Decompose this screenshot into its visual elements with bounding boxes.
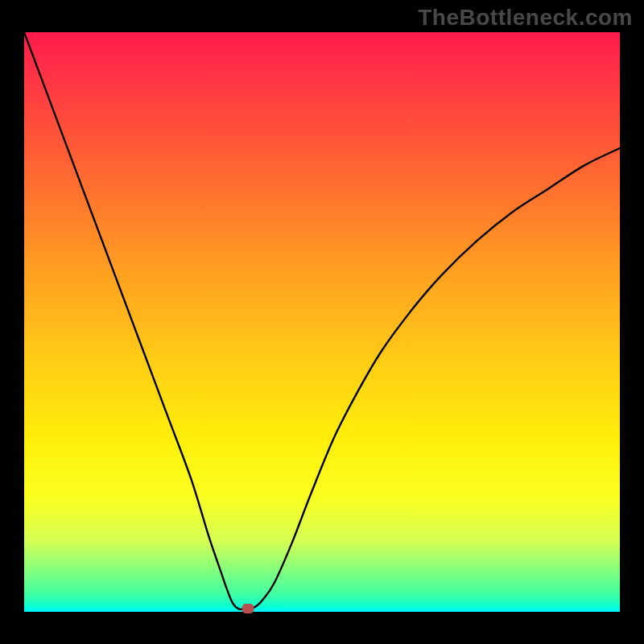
chart-frame: TheBottleneck.com [0,0,644,644]
watermark-text: TheBottleneck.com [418,5,633,31]
bottleneck-curve [24,32,620,609]
plot-area [24,32,620,612]
optimum-marker [242,604,254,613]
curve-svg [24,32,620,612]
